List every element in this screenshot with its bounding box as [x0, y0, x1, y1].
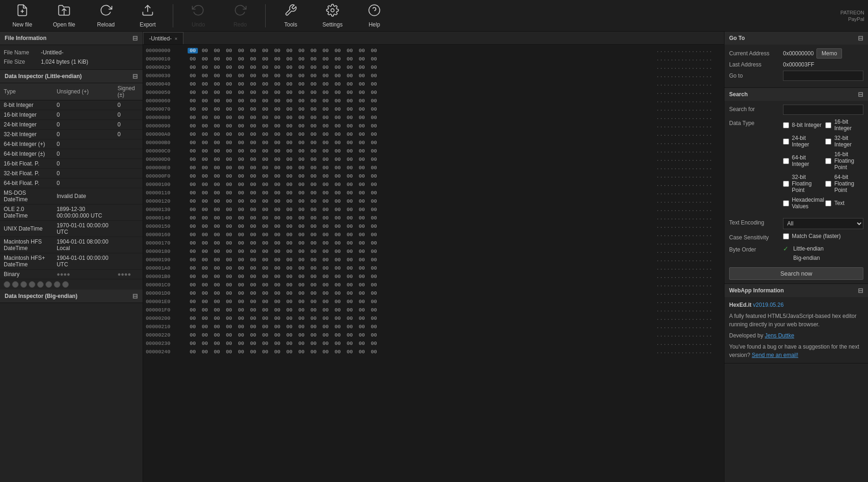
hex-byte[interactable]: 00 [333, 98, 343, 104]
hex-byte[interactable]: 00 [224, 291, 234, 296]
hex-byte[interactable]: 00 [369, 132, 379, 137]
hex-byte[interactable]: 00 [236, 215, 246, 221]
hex-byte[interactable]: 00 [272, 299, 282, 304]
hex-byte[interactable]: 00 [284, 106, 294, 112]
hex-byte[interactable]: 00 [212, 198, 222, 204]
hex-byte[interactable]: 00 [260, 265, 270, 271]
hex-byte[interactable]: 00 [188, 106, 198, 112]
settings-button[interactable]: Settings [314, 2, 351, 30]
hex-byte[interactable]: 00 [308, 207, 319, 212]
hex-byte[interactable]: 00 [224, 132, 234, 137]
hex-byte[interactable]: 00 [345, 274, 355, 279]
hex-byte[interactable]: 00 [369, 240, 379, 246]
hex-byte[interactable]: 00 [333, 157, 343, 162]
hex-byte[interactable]: 00 [224, 215, 234, 221]
hex-byte[interactable]: 00 [369, 148, 379, 154]
hex-byte[interactable]: 00 [212, 115, 222, 120]
hex-byte[interactable]: 00 [236, 316, 246, 321]
hex-byte[interactable]: 00 [236, 274, 246, 279]
hex-byte[interactable]: 00 [320, 240, 331, 246]
search-input[interactable] [783, 105, 863, 115]
hex-byte[interactable]: 00 [272, 274, 282, 279]
hex-byte[interactable]: 00 [284, 140, 294, 145]
hex-byte[interactable]: 00 [200, 65, 210, 70]
hex-byte[interactable]: 00 [320, 349, 331, 355]
hex-byte[interactable]: 00 [200, 148, 210, 154]
hex-byte[interactable]: 00 [357, 332, 367, 338]
hex-byte[interactable]: 00 [272, 90, 282, 95]
hex-byte[interactable]: 00 [357, 224, 367, 229]
hex-byte[interactable]: 00 [284, 90, 294, 95]
hex-byte[interactable]: 00 [357, 157, 367, 162]
hex-byte[interactable]: 00 [345, 98, 355, 104]
hex-byte[interactable]: 00 [320, 215, 331, 221]
hex-byte[interactable]: 00 [357, 98, 367, 104]
hex-byte[interactable]: 00 [200, 257, 210, 263]
hex-byte[interactable]: 00 [212, 182, 222, 187]
data-type-checkbox-16-bit-integer[interactable] [825, 122, 831, 128]
webapp-collapse-icon[interactable]: ⊟ [858, 287, 863, 294]
hex-byte[interactable]: 00 [345, 324, 355, 330]
hex-byte[interactable]: 00 [308, 282, 319, 288]
hex-byte[interactable]: 00 [248, 316, 258, 321]
hex-byte[interactable]: 00 [236, 106, 246, 112]
hex-byte[interactable]: 00 [308, 257, 319, 263]
hex-byte[interactable]: 00 [308, 190, 319, 196]
hex-byte[interactable]: 00 [369, 157, 379, 162]
hex-byte[interactable]: 00 [308, 307, 319, 313]
hex-byte[interactable]: 00 [296, 332, 307, 338]
hex-byte[interactable]: 00 [248, 98, 258, 104]
hex-byte[interactable]: 00 [200, 157, 210, 162]
hex-byte[interactable]: 00 [272, 224, 282, 229]
hex-byte[interactable]: 00 [284, 215, 294, 221]
hex-byte[interactable]: 00 [345, 81, 355, 87]
hex-byte[interactable]: 00 [345, 132, 355, 137]
hex-byte[interactable]: 00 [200, 98, 210, 104]
hex-byte[interactable]: 00 [200, 240, 210, 246]
hex-byte[interactable]: 00 [200, 349, 210, 355]
hex-byte[interactable]: 00 [357, 349, 367, 355]
hex-byte[interactable]: 00 [320, 257, 331, 263]
hex-byte[interactable]: 00 [248, 224, 258, 229]
hex-byte[interactable]: 00 [320, 56, 331, 62]
hex-byte[interactable]: 00 [188, 265, 198, 271]
text-encoding-select[interactable]: AllUTF-8ASCIIUTF-16 [783, 218, 863, 229]
hex-byte[interactable]: 00 [272, 65, 282, 70]
hex-byte[interactable]: 00 [260, 198, 270, 204]
hex-byte[interactable]: 00 [260, 98, 270, 104]
data-type-checkbox-64-bit-floating-point[interactable] [825, 181, 831, 187]
hex-byte[interactable]: 00 [248, 140, 258, 145]
hex-byte[interactable]: 00 [224, 224, 234, 229]
hex-byte[interactable]: 00 [272, 73, 282, 79]
hex-byte[interactable]: 00 [308, 115, 319, 120]
hex-byte[interactable]: 00 [296, 240, 307, 246]
hex-byte[interactable]: 00 [188, 48, 198, 53]
hex-byte[interactable]: 00 [260, 140, 270, 145]
hex-byte[interactable]: 00 [296, 207, 307, 212]
hex-byte[interactable]: 00 [212, 215, 222, 221]
hex-byte[interactable]: 00 [320, 190, 331, 196]
hex-byte[interactable]: 00 [296, 90, 307, 95]
hex-byte[interactable]: 00 [369, 140, 379, 145]
hex-byte[interactable]: 00 [260, 307, 270, 313]
hex-byte[interactable]: 00 [345, 56, 355, 62]
hex-byte[interactable]: 00 [308, 198, 319, 204]
hex-byte[interactable]: 00 [357, 81, 367, 87]
hex-byte[interactable]: 00 [345, 282, 355, 288]
hex-byte[interactable]: 00 [236, 165, 246, 171]
hex-byte[interactable]: 00 [272, 140, 282, 145]
hex-byte[interactable]: 00 [188, 257, 198, 263]
hex-byte[interactable]: 00 [200, 81, 210, 87]
hex-byte[interactable]: 00 [308, 81, 319, 87]
hex-byte[interactable]: 00 [357, 123, 367, 129]
hex-byte[interactable]: 00 [369, 207, 379, 212]
hex-byte[interactable]: 00 [212, 148, 222, 154]
hex-byte[interactable]: 00 [188, 349, 198, 355]
hex-byte[interactable]: 00 [284, 224, 294, 229]
hex-byte[interactable]: 00 [369, 115, 379, 120]
hex-byte[interactable]: 00 [236, 182, 246, 187]
hex-byte[interactable]: 00 [212, 65, 222, 70]
hex-byte[interactable]: 00 [296, 316, 307, 321]
hex-byte[interactable]: 00 [333, 65, 343, 70]
hex-byte[interactable]: 00 [224, 332, 234, 338]
